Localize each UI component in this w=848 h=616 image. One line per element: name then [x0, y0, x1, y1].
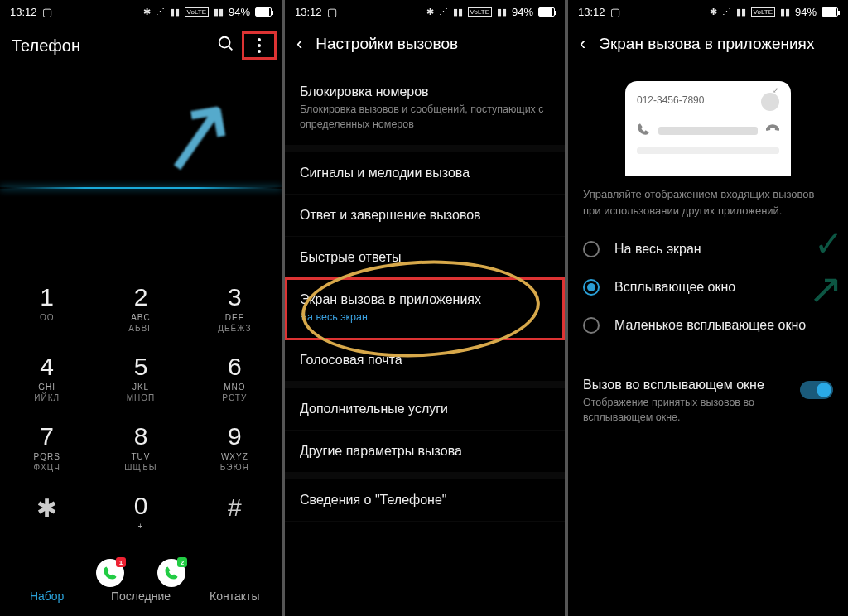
section-gap: [285, 382, 565, 388]
item-ringtones[interactable]: Сигналы и мелодии вызова: [285, 152, 565, 195]
item-about-phone[interactable]: Сведения о "Телефоне": [285, 479, 565, 522]
picture-icon: ▢: [42, 6, 52, 18]
bottom-tabs: Набор Последние Контакты: [0, 575, 282, 616]
item-quick-replies[interactable]: Быстрые ответы: [285, 237, 565, 279]
battery-icon: [538, 7, 555, 17]
app-title: Телефон: [12, 36, 80, 55]
item-block-numbers[interactable]: Блокировка номеров Блокировка вызовов и …: [285, 71, 565, 146]
annotation-check: ↗: [808, 265, 843, 313]
avatar-icon: [761, 93, 779, 111]
tab-contacts[interactable]: Контакты: [188, 575, 282, 616]
battery-pct: 94%: [229, 6, 250, 18]
wave-decoration: [0, 187, 282, 189]
toggle-switch-on[interactable]: [800, 381, 833, 399]
signal2-icon: ▮▮: [497, 7, 507, 17]
item-title: Другие параметры вызова: [300, 444, 550, 459]
item-title: Сведения о "Телефоне": [300, 493, 550, 508]
toggle-keep-calls-popup[interactable]: Вызов во всплывающем окне Отображение пр…: [568, 364, 848, 438]
radio-icon: [583, 241, 600, 257]
item-answer-end[interactable]: Ответ и завершение вызовов: [285, 195, 565, 237]
item-title: Блокировка номеров: [300, 84, 550, 99]
signal-icon: ▮▮: [453, 7, 463, 17]
signal-icon: ▮▮: [170, 7, 180, 17]
volte-icon: VoLTE: [468, 7, 492, 17]
bluetooth-icon: ✱: [426, 7, 434, 17]
item-subtitle: Блокировка вызовов и сообщений, поступаю…: [300, 103, 550, 132]
tab-recent[interactable]: Последние: [94, 575, 187, 616]
radio-icon: [583, 317, 600, 334]
phone-screen-dialer: 13:12 ▢ ✱ ⋰ ▮▮ VoLTE ▮▮ 94% Телефон ↗: [0, 0, 282, 616]
radio-fullscreen[interactable]: На весь экран ✓: [583, 230, 833, 268]
slider-placeholder: [658, 127, 758, 135]
back-icon[interactable]: ‹: [296, 33, 302, 55]
status-time: 13:12: [10, 6, 37, 18]
preview-number: 012-3456-7890: [637, 94, 779, 106]
search-icon[interactable]: [217, 35, 235, 57]
row-placeholder: [637, 147, 779, 154]
volte-icon: VoLTE: [185, 7, 209, 17]
phone-screen-call-settings: 13:12▢ ✱ ⋰ ▮▮ VoLTE ▮▮ 94% ‹ Настройки в…: [285, 0, 565, 616]
sim1-badge: 1: [116, 557, 126, 567]
key-3[interactable]: 3DEFДЕЁЖЗ: [188, 275, 282, 344]
key-0[interactable]: 0+: [94, 484, 187, 542]
toggle-title: Вызов во всплывающем окне: [583, 378, 790, 392]
key-2[interactable]: 2ABCАБВГ: [94, 275, 187, 344]
battery-icon: [255, 7, 272, 17]
phone-icon: [637, 123, 650, 139]
item-title: Экран вызова в приложениях: [300, 292, 550, 307]
status-bar: 13:12▢ ✱ ⋰ ▮▮ VoLTE ▮▮ 94%: [285, 0, 565, 23]
radio-popup[interactable]: Всплывающее окно ↗: [583, 268, 833, 306]
annotation-check: ✓: [814, 224, 843, 264]
dial-pad: 1ОО 2ABCАБВГ 3DEFДЕЁЖЗ 4GHIИЙКЛ 5JKLМНОП…: [0, 267, 282, 542]
settings-header: ‹ Экран вызова в приложениях: [568, 23, 848, 65]
item-title: Ответ и завершение вызовов: [300, 208, 550, 223]
item-extra-services[interactable]: Дополнительные услуги: [285, 388, 565, 431]
key-1[interactable]: 1ОО: [0, 275, 94, 344]
item-title: Дополнительные услуги: [300, 402, 550, 416]
key-8[interactable]: 8TUVШЩЪЫ: [94, 414, 187, 484]
key-4[interactable]: 4GHIИЙКЛ: [0, 344, 94, 414]
description-text: Управляйте отображением входящих вызовов…: [568, 186, 848, 219]
battery-pct: 94%: [795, 6, 817, 18]
picture-icon: ▢: [610, 6, 620, 18]
svg-point-0: [219, 36, 230, 47]
page-title: Экран вызова в приложениях: [599, 35, 814, 53]
app-header: Телефон: [0, 23, 282, 68]
key-hash[interactable]: #: [188, 484, 282, 542]
section-gap: [568, 356, 848, 364]
radio-mini-popup[interactable]: Маленькое всплывающее окно: [583, 306, 833, 344]
radio-label: Маленькое всплывающее окно: [614, 318, 806, 333]
item-title: Быстрые ответы: [300, 250, 550, 265]
radio-label: Всплывающее окно: [614, 280, 735, 295]
item-call-display[interactable]: Экран вызова в приложениях На весь экран: [285, 279, 565, 339]
item-voicemail[interactable]: Голосовая почта: [285, 339, 565, 382]
key-star[interactable]: ✱: [0, 484, 94, 542]
section-gap: [285, 146, 565, 152]
wifi-icon: ⋰: [439, 7, 448, 17]
bluetooth-icon: ✱: [143, 7, 151, 17]
settings-header: ‹ Настройки вызовов: [285, 23, 565, 65]
phone-screen-call-display: 13:12▢ ✱ ⋰ ▮▮ VoLTE ▮▮ 94% ‹ Экран вызов…: [568, 0, 848, 616]
radio-icon-selected: [583, 279, 600, 296]
section-gap: [285, 473, 565, 479]
wifi-icon: ⋰: [722, 7, 731, 17]
signal2-icon: ▮▮: [780, 7, 790, 17]
annotation-highlight-box: [242, 31, 277, 60]
battery-icon: [822, 7, 838, 17]
key-5[interactable]: 5JKLМНОП: [94, 344, 187, 414]
tab-dialpad[interactable]: Набор: [0, 575, 94, 616]
battery-pct: 94%: [512, 6, 533, 18]
key-6[interactable]: 6MNOРСТУ: [188, 344, 282, 414]
back-icon[interactable]: ‹: [580, 33, 585, 55]
key-9[interactable]: 9WXYZЬЭЮЯ: [188, 414, 282, 484]
signal2-icon: ▮▮: [214, 7, 224, 17]
item-title: Сигналы и мелодии вызова: [300, 166, 550, 180]
picture-icon: ▢: [327, 6, 337, 18]
toggle-subtitle: Отображение принятых вызовов во всплываю…: [583, 396, 790, 425]
key-7[interactable]: 7PQRSФХЦЧ: [0, 414, 94, 484]
item-other-call-settings[interactable]: Другие параметры вызова: [285, 431, 565, 473]
radio-label: На весь экран: [614, 242, 701, 257]
overflow-menu-icon[interactable]: [258, 38, 261, 53]
status-time: 13:12: [578, 6, 605, 18]
dialer-visual-area: ↗: [0, 68, 282, 267]
